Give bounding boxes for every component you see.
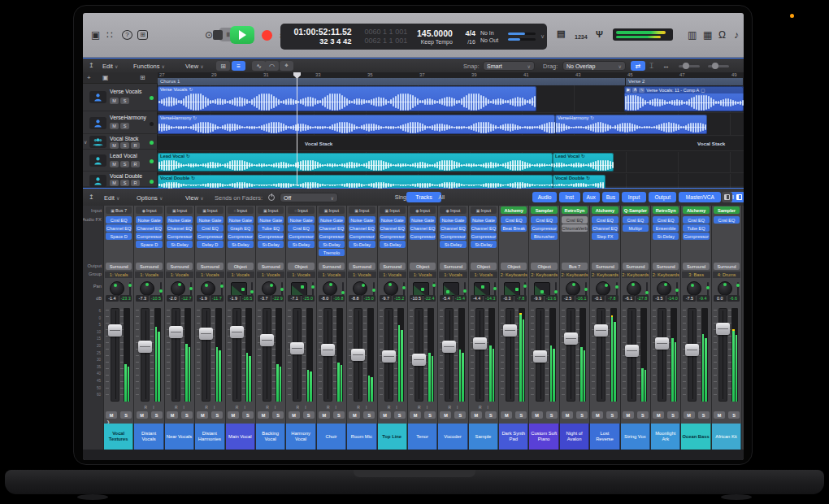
lcd-chevron[interactable]: ∨ — [538, 24, 548, 50]
pan-mini-slider[interactable] — [221, 282, 223, 296]
record-enable-button[interactable]: R — [448, 405, 451, 410]
output-slot[interactable]: Object — [288, 263, 314, 270]
channel-name[interactable]: Main Vocal — [226, 424, 255, 450]
fader-handle[interactable] — [473, 337, 487, 350]
input-slot[interactable]: ◉Input — [136, 206, 162, 214]
input-slot[interactable]: ▣Bus 7 — [106, 206, 132, 214]
output-slot[interactable]: Object — [228, 263, 254, 270]
channel-name[interactable]: Room Mic — [347, 424, 376, 450]
fx-slot-channel-eq[interactable]: Channel EQ — [319, 224, 345, 232]
pan-knob[interactable] — [687, 281, 701, 296]
channel-name[interactable]: Ocean Bass — [681, 424, 710, 450]
fader-track[interactable] — [111, 308, 119, 402]
channel-name[interactable]: Dark Synth Pad — [499, 424, 528, 450]
input-slot[interactable]: ◉Input — [440, 206, 466, 214]
solo-button[interactable]: S — [363, 411, 375, 419]
fx-slot-st-delay[interactable]: St-Delay — [440, 241, 466, 248]
pan-object-pad[interactable] — [474, 282, 490, 296]
pan-mini-slider[interactable] — [433, 282, 435, 296]
track-m-button[interactable]: M — [110, 123, 119, 129]
track-s-button[interactable]: S — [120, 98, 129, 104]
fx-slot-compressor[interactable]: Compressor — [228, 232, 254, 240]
fader-track[interactable] — [141, 308, 150, 402]
fx-slot-cnsl-eq[interactable]: Cnsl EQ — [501, 216, 527, 224]
pan-object-pad[interactable] — [413, 282, 429, 296]
fader-handle[interactable] — [199, 328, 213, 340]
record-enable-button[interactable]: R — [357, 405, 360, 410]
solo-button[interactable]: S — [667, 411, 679, 419]
ibeam-icon[interactable]: ⌶ — [649, 62, 653, 71]
channel-name[interactable]: Harmony Vocal — [286, 424, 315, 450]
track-s-button[interactable]: S — [120, 180, 129, 186]
add-track-icon[interactable]: + — [87, 74, 91, 81]
fx-slot-noise-gate[interactable]: Noise Gate — [228, 216, 254, 224]
filter-button-output[interactable]: Output — [649, 192, 676, 202]
group-slot[interactable]: 1: Vocals — [318, 272, 345, 278]
fader-handle[interactable] — [321, 344, 335, 356]
pan-mini-slider[interactable] — [403, 282, 405, 296]
fx-slot-chromaverb[interactable]: ChromaVerb — [562, 224, 588, 232]
track-header-lead-vocal[interactable]: Lead VocalMSR — [83, 150, 158, 172]
group-slot[interactable]: 1: Vocals — [135, 272, 163, 278]
channel-name[interactable]: String Vox — [621, 424, 650, 450]
library-icon[interactable]: ▣ — [91, 30, 100, 40]
channel-name[interactable]: Distant Harmonies — [195, 424, 224, 450]
fx-slot-cnsl-eq[interactable]: Cnsl EQ — [531, 216, 557, 224]
output-slot[interactable]: Surround — [319, 263, 345, 270]
output-slot[interactable]: Surround — [380, 263, 406, 270]
fx-slot-compressor[interactable]: Compressor — [410, 232, 436, 240]
solo-button[interactable]: S — [211, 411, 223, 419]
mute-button[interactable]: M — [714, 411, 725, 419]
track-header-verseharmony[interactable]: VerseHarmonyMS — [83, 112, 158, 134]
group-slot[interactable]: 2: Keyboards — [530, 272, 558, 278]
channel-name[interactable]: Top Line — [378, 424, 407, 450]
instrument-slot[interactable]: Alchemy — [683, 206, 709, 214]
fx-slot-cnsl-eq[interactable]: Cnsl EQ — [623, 216, 649, 224]
track-header-verse-vocals[interactable]: Verse VocalsMS — [83, 84, 158, 111]
fx-slot-beat-break[interactable]: Beat Break — [501, 224, 527, 232]
fader-handle[interactable] — [169, 326, 183, 338]
channel-name[interactable]: Tenor — [408, 424, 437, 450]
vertical-zoom-slider[interactable] — [683, 63, 689, 69]
mute-button[interactable]: M — [197, 411, 208, 419]
fx-slot-st-delay[interactable]: St-Delay — [380, 241, 406, 248]
solo-button[interactable]: S — [303, 411, 315, 419]
record-button[interactable] — [262, 30, 272, 41]
output-slot[interactable]: Object — [471, 263, 497, 270]
track-s-button[interactable]: S — [120, 123, 129, 129]
input-monitor-button[interactable]: I — [488, 405, 488, 410]
automation-icon[interactable]: ∿ — [252, 61, 266, 71]
input-slot[interactable]: ▣Input — [380, 206, 406, 214]
sends-power-icon[interactable] — [268, 194, 275, 201]
menu-functions[interactable]: Functions ∨ — [133, 63, 165, 70]
input-monitor-button[interactable]: I — [396, 405, 397, 410]
pan-mini-slider[interactable] — [342, 282, 344, 296]
menu-options[interactable]: Options ∨ — [137, 194, 163, 202]
output-slot[interactable]: Surround — [440, 263, 466, 270]
solo-button[interactable]: S — [120, 411, 132, 419]
take-flex-icon[interactable]: ∿ — [639, 88, 645, 93]
fx-slot-graph-eq[interactable]: Graph EQ — [228, 224, 254, 232]
mute-button[interactable]: M — [106, 411, 117, 419]
track-lane-verseharmony[interactable]: VerseHarmony ↻VerseHarmony ↻ — [158, 114, 744, 136]
output-slot[interactable]: Object — [501, 263, 527, 270]
mute-button[interactable]: M — [228, 411, 239, 419]
group-slot[interactable]: 2: Keyboards — [622, 272, 649, 278]
stack-disclosure-icon[interactable]: ∨ — [84, 139, 87, 145]
solo-button[interactable]: S — [333, 411, 345, 419]
region-verse-vocals-11-comp-a[interactable]: ▶A∿Verse Vocals: 11 - Comp A▢ — [624, 86, 744, 111]
loop-browser-icon[interactable]: Ω — [718, 30, 726, 40]
input-monitor-button[interactable]: I — [305, 405, 306, 410]
fx-slot-compressor[interactable]: Compressor — [167, 232, 193, 240]
track-r-button[interactable]: R — [131, 142, 140, 149]
take-play-icon[interactable]: ▶ — [626, 88, 631, 93]
fx-slot-st-delay[interactable]: St-Delay — [167, 241, 193, 248]
track-lane-verse-vocals[interactable]: Verse Vocals ↻▶A∿Verse Vocals: 11 - Comp… — [158, 85, 744, 113]
input-monitor-button[interactable]: I — [153, 405, 154, 410]
fx-slot-channel-eq[interactable]: Channel EQ — [136, 224, 162, 232]
solo-button[interactable]: S — [546, 411, 558, 419]
channel-name[interactable]: Vocal Textures — [104, 424, 133, 450]
marker-lane[interactable]: Chorus 1Verse 2 — [158, 78, 744, 85]
output-slot[interactable]: Surround — [623, 263, 649, 270]
region-verseharmony[interactable]: VerseHarmony ↻ — [555, 115, 707, 134]
